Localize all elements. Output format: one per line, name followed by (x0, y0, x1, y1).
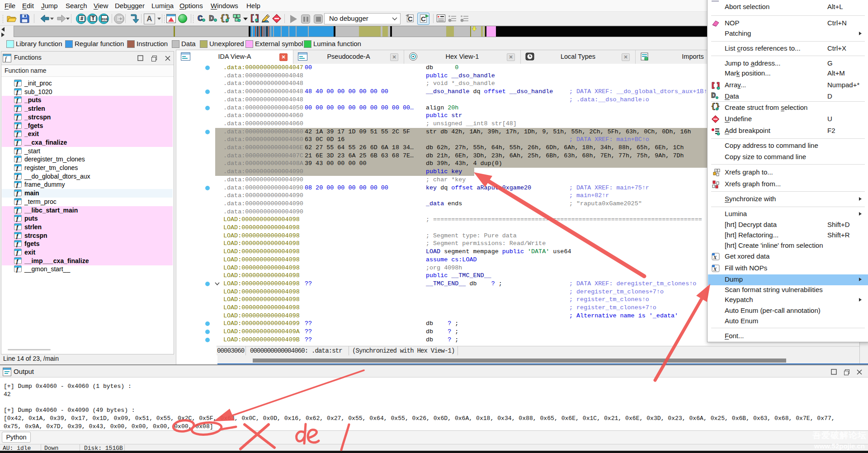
svg-text:X: X (713, 266, 717, 272)
svg-text:X: X (713, 255, 717, 260)
